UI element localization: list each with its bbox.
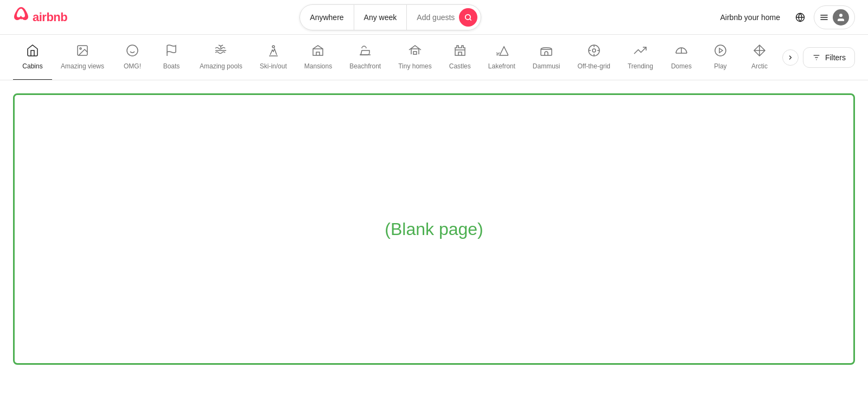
filters-button[interactable]: Filters <box>803 47 855 68</box>
svg-point-14 <box>272 46 275 48</box>
arctic-label: Arctic <box>751 62 768 70</box>
svg-rect-15 <box>413 52 417 54</box>
amazing-views-icon <box>76 44 89 59</box>
domes-label: Domes <box>671 62 692 70</box>
mansions-label: Mansions <box>304 62 332 70</box>
castles-label: Castles <box>449 62 471 70</box>
logo[interactable]: airbnb <box>13 7 67 27</box>
trending-label: Trending <box>628 62 653 70</box>
search-date[interactable]: Any week <box>354 5 407 30</box>
svg-point-18 <box>592 49 596 52</box>
category-lakefront[interactable]: Lakefront <box>480 35 524 80</box>
search-bar[interactable]: Anywhere Any week Add guests <box>299 4 481 30</box>
domes-icon <box>675 44 688 59</box>
tiny-homes-icon <box>409 44 422 59</box>
category-amazing-pools[interactable]: Amazing pools <box>191 35 251 80</box>
category-nav: Cabins Amazing views <box>0 35 868 80</box>
airbnb-your-home-link[interactable]: Airbnb your home <box>713 9 787 26</box>
svg-point-21 <box>715 45 726 56</box>
header: airbnb Anywhere Any week Add guests Airb… <box>0 0 868 35</box>
category-arctic[interactable]: Arctic <box>740 35 778 80</box>
svg-line-1 <box>470 18 471 20</box>
blank-page-label: (Blank page) <box>385 219 483 239</box>
arctic-icon <box>753 44 766 59</box>
logo-text: airbnb <box>33 10 67 24</box>
castles-icon <box>454 44 467 59</box>
category-play[interactable]: Play <box>701 35 740 80</box>
lakefront-label: Lakefront <box>488 62 515 70</box>
lakefront-icon <box>495 44 508 59</box>
category-off-grid[interactable]: Off-the-grid <box>569 35 619 80</box>
category-boats[interactable]: Boats <box>152 35 191 80</box>
cabins-label: Cabins <box>22 62 42 70</box>
ski-icon <box>267 44 280 59</box>
search-guests[interactable]: Add guests <box>407 5 459 30</box>
omg-icon <box>126 44 139 59</box>
filters-label: Filters <box>825 53 846 62</box>
amazing-views-label: Amazing views <box>61 62 104 70</box>
cabins-icon <box>26 44 39 59</box>
dammusi-label: Dammusi <box>533 62 560 70</box>
play-icon <box>714 44 727 59</box>
svg-point-7 <box>839 14 843 17</box>
category-beachfront[interactable]: Beachfront <box>341 35 390 80</box>
category-trending[interactable]: Trending <box>619 35 662 80</box>
boats-label: Boats <box>163 62 180 70</box>
category-mansions[interactable]: Mansions <box>296 35 341 80</box>
play-label: Play <box>714 62 726 70</box>
search-button[interactable] <box>459 8 477 27</box>
amazing-pools-icon <box>214 44 227 59</box>
category-amazing-views[interactable]: Amazing views <box>52 35 113 80</box>
main-content: (Blank page) <box>13 93 855 365</box>
category-ski[interactable]: Ski-in/out <box>251 35 296 80</box>
category-castles[interactable]: Castles <box>441 35 480 80</box>
scroll-right-arrow[interactable] <box>782 49 799 66</box>
dammusi-icon <box>540 44 553 59</box>
category-items: Cabins Amazing views <box>13 35 778 80</box>
airbnb-logo-icon <box>13 7 29 27</box>
ski-label: Ski-in/out <box>260 62 287 70</box>
beachfront-label: Beachfront <box>349 62 381 70</box>
tiny-homes-label: Tiny homes <box>398 62 432 70</box>
svg-point-9 <box>80 48 81 49</box>
off-grid-icon <box>588 44 601 59</box>
boats-icon <box>165 44 178 59</box>
omg-label: OMG! <box>124 62 141 70</box>
menu-profile-button[interactable] <box>814 5 855 29</box>
search-location[interactable]: Anywhere <box>300 5 354 30</box>
avatar <box>833 9 849 26</box>
nav-right: Airbnb your home <box>713 5 855 29</box>
category-dammusi[interactable]: Dammusi <box>524 35 569 80</box>
svg-rect-16 <box>541 49 552 55</box>
category-cabins[interactable]: Cabins <box>13 35 52 80</box>
category-domes[interactable]: Domes <box>662 35 701 80</box>
beachfront-icon <box>359 44 372 59</box>
category-omg[interactable]: OMG! <box>113 35 152 80</box>
trending-icon <box>634 44 647 59</box>
category-tiny-homes[interactable]: Tiny homes <box>390 35 441 80</box>
svg-point-10 <box>127 45 138 56</box>
language-globe-button[interactable] <box>791 8 809 27</box>
mansions-icon <box>311 44 324 59</box>
amazing-pools-label: Amazing pools <box>200 62 242 70</box>
off-grid-label: Off-the-grid <box>578 62 610 70</box>
